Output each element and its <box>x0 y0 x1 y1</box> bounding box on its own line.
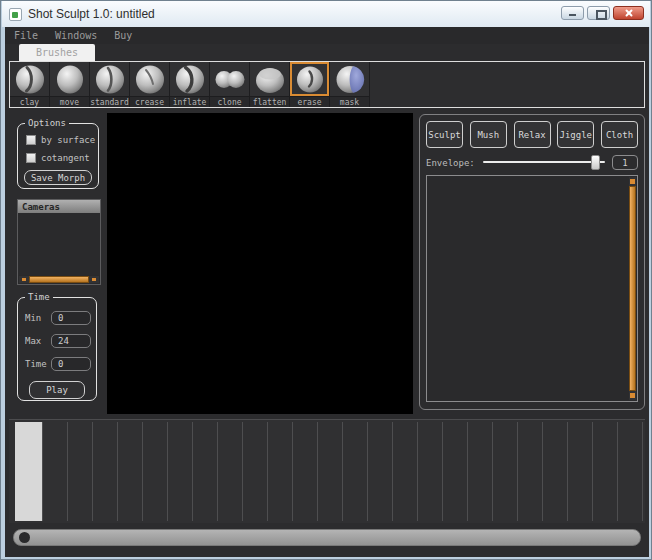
mask-brush-icon <box>333 63 367 96</box>
menu-bar: File Windows Buy <box>5 27 649 44</box>
brush-label: clay <box>10 97 49 107</box>
app-window: Shot Sculpt 1.0: untitled File Windows B… <box>0 0 652 560</box>
brush-crease[interactable]: crease <box>130 62 170 107</box>
time-title: Time <box>25 292 53 303</box>
titlebar[interactable]: Shot Sculpt 1.0: untitled <box>2 1 650 27</box>
minimize-icon[interactable] <box>561 6 584 20</box>
maximize-icon[interactable] <box>587 6 610 20</box>
tool-buttons-row: Sculpt Mush Relax Jiggle Cloth <box>426 121 638 148</box>
options-title: Options <box>25 118 69 129</box>
scroll-down-arrow-icon[interactable] <box>629 391 636 400</box>
timeline-grid[interactable] <box>42 422 644 521</box>
selected-brush-highlight <box>290 62 329 97</box>
min-field[interactable]: 0 <box>51 311 91 325</box>
tab-brushes[interactable]: Brushes <box>19 44 95 61</box>
morphs-scrollbar-thumb[interactable] <box>629 186 636 391</box>
cameras-scrollbar-thumb[interactable] <box>29 276 89 283</box>
time-group: Time Min 0 Max 24 Time 0 Play <box>17 297 97 401</box>
play-button[interactable]: Play <box>29 381 85 399</box>
cotangent-label: cotangent <box>41 153 90 163</box>
flatten-brush-icon <box>253 63 287 96</box>
timeline-scrollbar-knob[interactable] <box>19 532 30 543</box>
scroll-up-arrow-icon[interactable] <box>629 177 636 186</box>
min-row: Min 0 <box>25 311 96 325</box>
close-icon[interactable] <box>613 6 644 20</box>
envelope-slider-handle[interactable] <box>591 155 600 170</box>
standard-brush-icon <box>93 63 127 96</box>
relax-button[interactable]: Relax <box>514 121 551 148</box>
brush-inflate[interactable]: inflate <box>170 62 210 107</box>
brush-erase[interactable]: erase <box>290 62 330 107</box>
menu-buy[interactable]: Buy <box>114 30 132 41</box>
app-content: File Windows Buy Brushes clay move stand… <box>5 27 649 557</box>
brush-move[interactable]: move <box>50 62 90 107</box>
cotangent-checkbox[interactable] <box>26 153 36 163</box>
cloth-button[interactable]: Cloth <box>601 121 638 148</box>
max-label: Max <box>25 336 47 346</box>
timeline-playhead[interactable] <box>15 422 42 521</box>
max-row: Max 24 <box>25 334 96 348</box>
brush-label: mask <box>330 97 369 107</box>
brush-label: crease <box>130 97 169 107</box>
brush-label: move <box>50 97 89 107</box>
erase-brush-icon <box>293 63 327 96</box>
brush-standard[interactable]: standard <box>90 62 130 107</box>
by-surface-checkbox[interactable] <box>26 135 36 145</box>
min-label: Min <box>25 313 47 323</box>
morphs-list[interactable] <box>426 175 638 402</box>
sculpt-button[interactable]: Sculpt <box>426 121 463 148</box>
cameras-panel: Cameras <box>17 199 101 285</box>
options-group: Options by surface cotangent Save Morph <box>17 123 99 189</box>
brushes-toolbar: clay move standard crease inflate clone <box>9 61 645 108</box>
app-icon <box>9 8 22 21</box>
time-field[interactable]: 0 <box>51 357 91 371</box>
inflate-brush-icon <box>173 63 207 96</box>
timeline-scrollbar[interactable] <box>13 529 641 546</box>
envelope-slider-track <box>483 161 605 163</box>
cameras-list[interactable] <box>18 213 100 275</box>
clone-brush-icon <box>213 63 247 96</box>
brush-mask[interactable]: mask <box>330 62 370 107</box>
morphs-vertical-scrollbar[interactable] <box>629 177 636 400</box>
toolbar-filler <box>370 62 644 107</box>
brush-label: clone <box>210 97 249 107</box>
envelope-label: Envelope: <box>426 158 475 168</box>
move-brush-icon <box>53 63 87 96</box>
mush-button[interactable]: Mush <box>470 121 507 148</box>
time-row: Time 0 <box>25 357 96 371</box>
brush-label: flatten <box>250 97 289 107</box>
cameras-header: Cameras <box>18 200 100 213</box>
scroll-right-arrow-icon[interactable] <box>89 276 99 283</box>
clay-brush-icon <box>13 63 47 96</box>
by-surface-row: by surface <box>26 135 98 145</box>
cotangent-row: cotangent <box>26 153 98 163</box>
timeline[interactable] <box>9 419 645 523</box>
brush-clay[interactable]: clay <box>10 62 50 107</box>
envelope-value: 1 <box>612 155 638 170</box>
envelope-slider[interactable] <box>483 155 605 170</box>
time-label: Time <box>25 359 47 369</box>
window-controls <box>561 6 644 20</box>
window-title: Shot Sculpt 1.0: untitled <box>28 7 155 21</box>
jiggle-button[interactable]: Jiggle <box>557 121 594 148</box>
cameras-horizontal-scrollbar[interactable] <box>19 276 99 283</box>
menu-file[interactable]: File <box>14 30 38 41</box>
brush-label: standard <box>90 97 129 107</box>
crease-brush-icon <box>133 63 167 96</box>
brush-label: inflate <box>170 97 209 107</box>
scroll-left-arrow-icon[interactable] <box>19 276 29 283</box>
envelope-row: Envelope: 1 <box>426 155 638 170</box>
sculpt-tools-panel: Sculpt Mush Relax Jiggle Cloth Envelope:… <box>419 114 645 410</box>
save-morph-button[interactable]: Save Morph <box>24 170 92 185</box>
max-field[interactable]: 24 <box>51 334 91 348</box>
sculpt-viewport[interactable] <box>107 113 413 414</box>
brush-label: erase <box>290 97 329 107</box>
menu-windows[interactable]: Windows <box>55 30 97 41</box>
by-surface-label: by surface <box>41 135 95 145</box>
brush-clone[interactable]: clone <box>210 62 250 107</box>
brush-flatten[interactable]: flatten <box>250 62 290 107</box>
